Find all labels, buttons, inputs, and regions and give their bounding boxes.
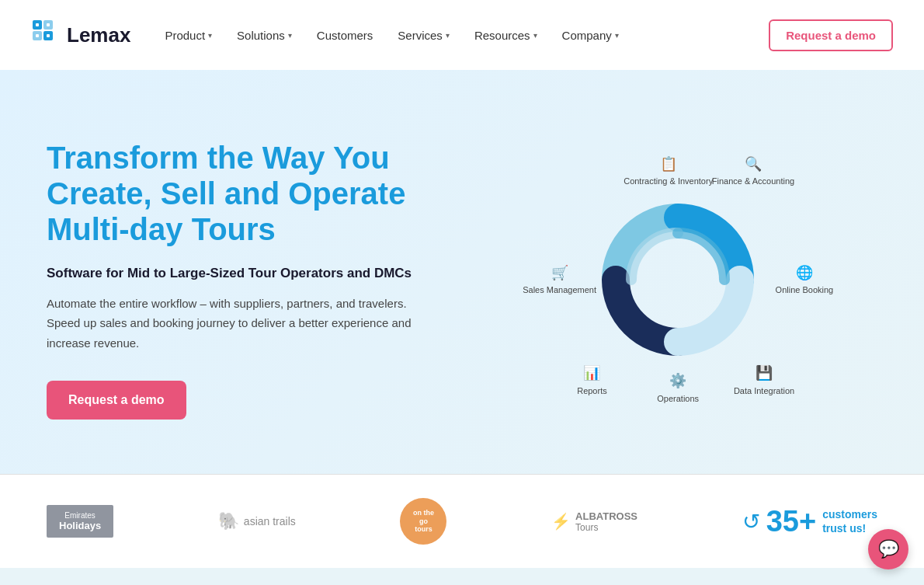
nav-item-solutions[interactable]: Solutions ▾ [226,23,303,48]
nav-item-resources[interactable]: Resources ▾ [464,23,548,48]
request-demo-button[interactable]: Request a demo [769,19,893,51]
nav-label-product: Product [165,29,205,42]
chat-button[interactable]: 💬 [868,529,908,569]
chevron-down-icon: ▾ [615,31,619,40]
count-text: customers trust us! [822,507,877,535]
label-sales: 🛒 Sales Management [523,264,596,296]
chevron-down-icon: ▾ [288,31,292,40]
albatross-icon: ⚡ [551,512,571,531]
logo-text: Lemax [67,23,130,47]
nav-cta: Request a demo [769,19,893,51]
nav-label-solutions: Solutions [237,29,285,42]
platform-overview-section: PLATFORM OVERVIEW [0,568,924,585]
elephant-icon: 🐘 [218,511,239,531]
hero-title: Transform the Way You Create, Sell and O… [47,140,447,247]
logo-area[interactable]: Lemax [31,19,130,52]
hero-diagram: 📋 Contracting & Inventory 🔍 Finance & Ac… [478,132,877,427]
customers-count: ↺ 35+ customers trust us! [742,505,877,538]
label-contracting: 📋 Contracting & Inventory [624,155,713,187]
nav-item-services[interactable]: Services ▾ [387,23,460,48]
hero-description: Automate the entire workflow – with supp… [47,294,419,353]
nav-item-product[interactable]: Product ▾ [154,23,223,48]
hero-content: Transform the Way You Create, Sell and O… [47,140,478,420]
arrow-icon: ↺ [742,509,760,535]
logo-icon [31,19,59,52]
nav-item-company[interactable]: Company ▾ [551,23,630,48]
label-data: 💾 Data Integration [734,364,794,396]
navbar: Lemax Product ▾ Solutions ▾ Customers Se… [0,0,924,70]
customers-bar: Emirates Holidays 🐘 asian trails on the … [0,474,924,568]
svg-rect-5 [47,23,50,26]
chat-icon: 💬 [878,539,899,559]
svg-rect-7 [47,34,50,37]
asian-trails-logo: 🐘 asian trails [218,511,296,531]
hero-subtitle: Software for Mid to Large-Sized Tour Ope… [47,266,447,281]
svg-rect-4 [36,23,39,26]
on-the-go-tours-logo: on the go tours [400,498,446,545]
hero-section: Transform the Way You Create, Sell and O… [0,70,924,474]
emirates-logo: Emirates Holidays [47,505,113,538]
albatross-tours-logo: ⚡ ALBATROSS Tours [551,510,637,533]
label-operations: ⚙️ Operations [657,372,699,404]
nav-label-services: Services [398,29,443,42]
diagram-container: 📋 Contracting & Inventory 🔍 Finance & Ac… [515,148,841,412]
nav-label-resources: Resources [474,29,530,42]
chevron-down-icon: ▾ [208,31,212,40]
hero-cta-button[interactable]: Request a demo [47,381,186,420]
label-finance: 🔍 Finance & Accounting [712,155,794,187]
nav-links: Product ▾ Solutions ▾ Customers Services… [154,23,769,48]
nav-label-company: Company [562,29,612,42]
nav-item-customers[interactable]: Customers [306,23,384,48]
nav-label-customers: Customers [317,29,373,42]
chevron-down-icon: ▾ [533,31,537,40]
label-reports: 📊 Reports [577,364,607,396]
chevron-down-icon: ▾ [446,31,450,40]
count-number: 35+ [766,505,816,538]
label-online: 🌐 Online Booking [776,264,834,296]
svg-rect-6 [36,34,39,37]
